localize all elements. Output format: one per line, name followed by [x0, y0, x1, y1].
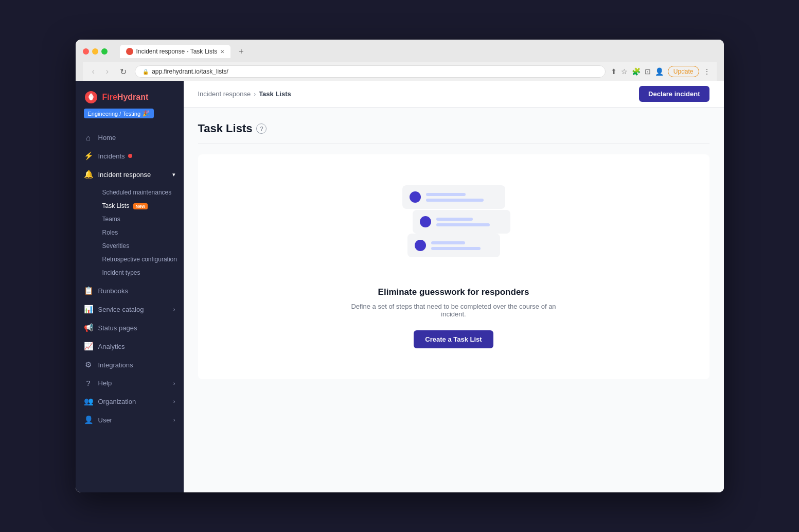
- sidebar-item-help[interactable]: ? Help ›: [76, 374, 184, 392]
- share-button[interactable]: ⬆: [611, 67, 617, 76]
- sidebar-item-incident-types[interactable]: Incident types: [98, 266, 184, 279]
- card-line-long-3: [431, 247, 481, 250]
- address-bar[interactable]: 🔒 app.firehydrant.io/task_lists/: [135, 65, 606, 78]
- profile-button[interactable]: 👤: [655, 67, 664, 76]
- card-line-short-2: [436, 218, 473, 221]
- sidebar-item-analytics-label: Analytics: [98, 343, 125, 350]
- breadcrumb-parent[interactable]: Incident response: [198, 90, 251, 98]
- sidebar-item-home-label: Home: [98, 134, 116, 141]
- sidebar-item-severities[interactable]: Severities: [98, 239, 184, 253]
- runbooks-icon: 📋: [84, 286, 93, 295]
- sidebar-item-task-lists[interactable]: Task Lists New: [98, 199, 184, 212]
- sidebar-item-analytics[interactable]: 📈 Analytics: [76, 337, 184, 356]
- analytics-icon: 📈: [84, 342, 93, 351]
- brand-logo-icon: [84, 90, 98, 104]
- sidebar-item-runbooks[interactable]: 📋 Runbooks: [76, 281, 184, 300]
- page-title-row: Task Lists ?: [198, 122, 709, 144]
- brand-name: FireHydrant: [102, 93, 149, 102]
- maximize-dot[interactable]: [101, 48, 108, 55]
- minimize-dot[interactable]: [92, 48, 98, 55]
- sidebar-item-teams[interactable]: Teams: [98, 212, 184, 226]
- update-button[interactable]: Update: [668, 66, 699, 77]
- organization-chevron: ›: [173, 398, 175, 404]
- sidebar-item-organization-label: Organization: [98, 398, 136, 405]
- sidebar-toggle-button[interactable]: ⊡: [645, 67, 651, 76]
- card-line-long-1: [426, 199, 484, 202]
- create-task-list-button[interactable]: Create a Task List: [414, 330, 493, 348]
- empty-state: Eliminate guesswork for responders Defin…: [198, 154, 709, 379]
- sidebar-item-organization[interactable]: 👥 Organization ›: [76, 392, 184, 411]
- help-chevron: ›: [173, 380, 175, 386]
- new-tab-button[interactable]: +: [235, 45, 247, 58]
- breadcrumb: Incident response › Task Lists: [198, 90, 291, 98]
- active-tab[interactable]: Incident response - Task Lists ✕: [120, 45, 231, 58]
- reload-button[interactable]: ↻: [117, 66, 130, 78]
- page-title: Task Lists: [198, 122, 253, 135]
- illustration-card-3: [407, 234, 500, 257]
- sidebar-item-service-catalog[interactable]: 📊 Service catalog ›: [76, 300, 184, 318]
- incident-response-icon: 🔔: [84, 170, 93, 179]
- declare-incident-button[interactable]: Declare incident: [639, 86, 709, 102]
- sidebar-item-runbooks-label: Runbooks: [98, 287, 129, 295]
- card-lines-1: [426, 193, 498, 202]
- traffic-lights: [83, 48, 108, 55]
- address-bar-actions: ⬆ ☆ 🧩 ⊡ 👤 Update ⋮: [611, 66, 711, 77]
- sidebar-item-scheduled-maintenances[interactable]: Scheduled maintenances: [98, 186, 184, 199]
- sidebar-item-integrations[interactable]: ⚙ Integrations: [76, 356, 184, 374]
- illustration-card-1: [402, 185, 505, 209]
- sidebar-item-status-pages[interactable]: 📢 Status pages: [76, 318, 184, 337]
- sidebar-item-incident-response[interactable]: 🔔 Incident response ▾: [76, 165, 184, 184]
- brand-fire: Fire: [102, 93, 117, 101]
- tab-title: Incident response - Task Lists: [136, 48, 218, 55]
- status-pages-icon: 📢: [84, 323, 93, 332]
- org-emoji: 🎉: [143, 110, 150, 117]
- sidebar: FireHydrant Engineering / Testing 🎉 ⌂ Ho…: [76, 81, 184, 492]
- sidebar-item-retrospective-config[interactable]: Retrospective configuration: [98, 253, 184, 266]
- sidebar-item-service-catalog-label: Service catalog: [98, 306, 144, 313]
- svg-point-1: [90, 97, 93, 100]
- address-bar-row: ‹ › ↻ 🔒 app.firehydrant.io/task_lists/ ⬆…: [83, 62, 717, 81]
- breadcrumb-separator: ›: [254, 91, 256, 98]
- help-tooltip-icon[interactable]: ?: [256, 123, 267, 134]
- extensions-button[interactable]: 🧩: [632, 67, 641, 76]
- sidebar-item-roles[interactable]: Roles: [98, 226, 184, 239]
- teams-label: Teams: [102, 216, 120, 223]
- breadcrumb-current: Task Lists: [259, 90, 291, 98]
- main-content: Incident response › Task Lists Declare i…: [184, 81, 724, 492]
- sidebar-brand: FireHydrant Engineering / Testing 🎉: [76, 81, 184, 125]
- task-lists-label: Task Lists: [102, 202, 130, 209]
- forward-button[interactable]: ›: [103, 66, 112, 77]
- sidebar-item-incidents[interactable]: ⚡ Incidents: [76, 147, 184, 165]
- help-icon-nav: ?: [84, 379, 93, 387]
- bookmark-button[interactable]: ☆: [621, 67, 628, 76]
- menu-button[interactable]: ⋮: [703, 67, 711, 76]
- sidebar-item-help-label: Help: [98, 379, 112, 387]
- task-lists-new-badge: New: [133, 203, 148, 209]
- main-body: Task Lists ?: [184, 108, 724, 492]
- close-dot[interactable]: [83, 48, 89, 55]
- org-badge[interactable]: Engineering / Testing 🎉: [84, 109, 154, 118]
- browser-window: Incident response - Task Lists ✕ + ‹ › ↻…: [76, 40, 724, 492]
- organization-icon: 👥: [84, 397, 93, 406]
- brand-row: FireHydrant: [84, 90, 175, 104]
- sidebar-item-user[interactable]: 👤 User ›: [76, 411, 184, 429]
- tab-bar: Incident response - Task Lists ✕ +: [120, 45, 248, 58]
- card-dot-1: [410, 191, 421, 203]
- sidebar-nav: ⌂ Home ⚡ Incidents 🔔 Incident response ▾: [76, 125, 184, 492]
- sidebar-item-integrations-label: Integrations: [98, 361, 133, 369]
- retrospective-config-label: Retrospective configuration: [102, 256, 177, 263]
- org-name: Engineering / Testing: [88, 111, 141, 117]
- home-icon: ⌂: [84, 133, 93, 142]
- scheduled-maintenances-label: Scheduled maintenances: [102, 189, 172, 196]
- empty-state-title: Eliminate guesswork for responders: [378, 287, 529, 297]
- service-catalog-chevron: ›: [173, 306, 175, 312]
- back-button[interactable]: ‹: [89, 66, 98, 77]
- integrations-icon: ⚙: [84, 360, 93, 369]
- user-chevron: ›: [173, 417, 175, 423]
- tab-close-button[interactable]: ✕: [220, 49, 224, 55]
- lock-icon: 🔒: [143, 69, 149, 75]
- sidebar-item-user-label: User: [98, 416, 112, 424]
- sidebar-item-home[interactable]: ⌂ Home: [76, 129, 184, 147]
- card-dot-2: [420, 216, 431, 227]
- card-lines-3: [431, 241, 493, 250]
